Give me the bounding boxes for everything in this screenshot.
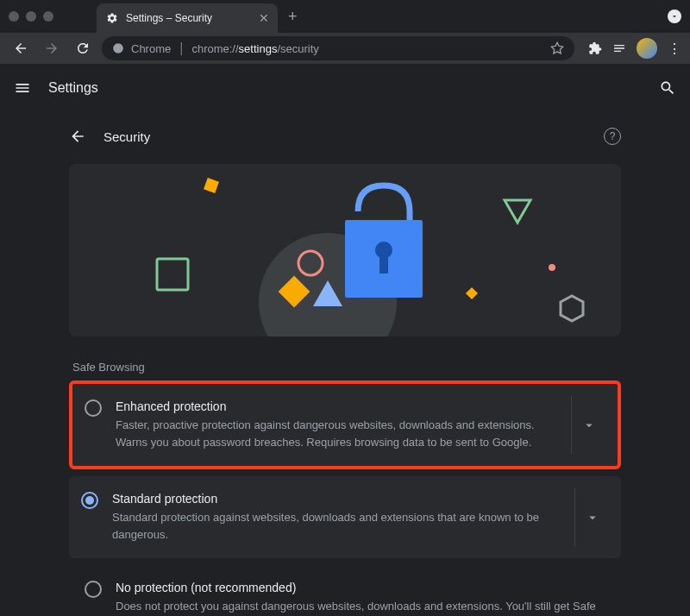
back-icon[interactable]: [69, 128, 86, 145]
traffic-lights: [9, 11, 53, 22]
titlebar-right: [668, 9, 681, 23]
minimize-window-button[interactable]: [26, 11, 36, 22]
option-no-protection[interactable]: No protection (not recommended) Does not…: [69, 565, 621, 616]
option-title: Standard protection: [112, 492, 561, 506]
option-title: Enhanced protection: [116, 399, 557, 413]
forward-button[interactable]: [40, 36, 64, 60]
browser-tab[interactable]: Settings – Security ✕: [97, 3, 278, 33]
new-tab-button[interactable]: +: [288, 8, 298, 26]
option-desc: Does not protect you against dangerous w…: [116, 598, 605, 616]
svg-rect-9: [380, 255, 388, 273]
radio-standard[interactable]: [81, 492, 98, 509]
close-window-button[interactable]: [9, 11, 19, 22]
browser-toolbar: Chrome | chrome://settings/security ⋮: [0, 33, 690, 64]
bookmark-icon[interactable]: [550, 41, 564, 55]
search-icon[interactable]: [659, 79, 676, 97]
page-header: Security ?: [69, 112, 621, 160]
gear-icon: [105, 11, 119, 25]
svg-rect-3: [157, 259, 188, 290]
reading-list-icon[interactable]: [612, 41, 626, 55]
page-title: Security: [104, 129, 150, 144]
settings-header: Settings: [0, 64, 690, 112]
site-info-icon[interactable]: [112, 42, 124, 54]
hero-illustration: [69, 164, 621, 336]
option-standard-protection[interactable]: Standard protection Standard protection …: [69, 476, 621, 558]
svg-marker-11: [505, 200, 530, 223]
extensions-icon[interactable]: [588, 41, 602, 55]
option-enhanced-protection[interactable]: Enhanced protection Faster, proactive pr…: [69, 380, 621, 469]
chevron-down-icon[interactable]: [668, 9, 681, 23]
radio-enhanced[interactable]: [85, 399, 102, 417]
window-titlebar: Settings – Security ✕ +: [0, 0, 690, 33]
svg-rect-2: [204, 178, 219, 193]
url-label: Chrome: [131, 42, 171, 55]
option-desc: Faster, proactive protection against dan…: [116, 417, 557, 450]
section-label: Safe Browsing: [72, 361, 621, 374]
url-text: chrome://settings/security: [191, 42, 318, 55]
svg-point-12: [549, 264, 555, 271]
tab-title: Settings – Security: [126, 12, 252, 24]
option-desc: Standard protection against websites, do…: [112, 509, 561, 543]
menu-icon[interactable]: [14, 79, 31, 97]
expand-standard-button[interactable]: [574, 488, 609, 546]
browser-menu-button[interactable]: ⋮: [668, 41, 681, 57]
svg-marker-13: [561, 296, 583, 321]
option-title: No protection (not recommended): [116, 581, 605, 594]
radio-none[interactable]: [85, 581, 102, 598]
reload-button[interactable]: [71, 36, 95, 60]
address-bar[interactable]: Chrome | chrome://settings/security: [102, 36, 574, 60]
svg-point-0: [113, 43, 123, 53]
back-button[interactable]: [9, 36, 33, 60]
svg-rect-10: [466, 287, 478, 299]
help-icon[interactable]: ?: [604, 128, 621, 145]
close-tab-button[interactable]: ✕: [259, 11, 269, 25]
expand-enhanced-button[interactable]: [571, 396, 605, 454]
maximize-window-button[interactable]: [43, 11, 53, 22]
avatar[interactable]: [637, 38, 657, 59]
app-title: Settings: [48, 80, 98, 96]
